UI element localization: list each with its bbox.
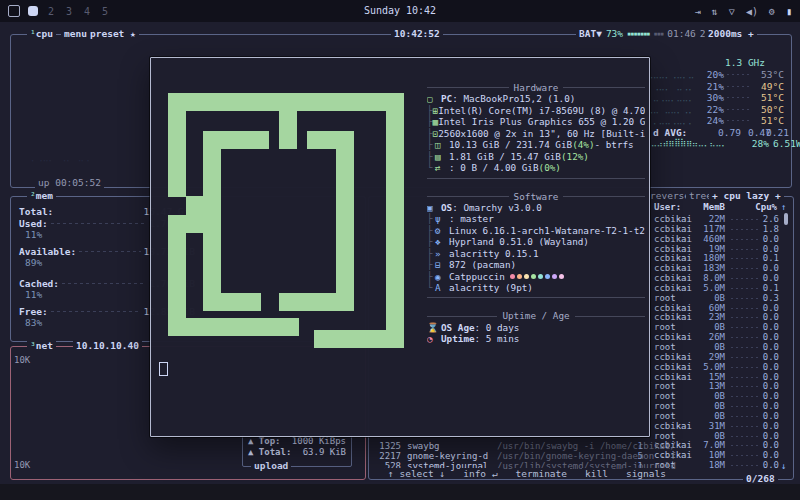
pc-line: ▢PC: MacBookPro15,2 (1.0) xyxy=(427,93,645,104)
scroll-down-arrow[interactable]: ↓ xyxy=(781,461,786,471)
proc-graph xyxy=(731,327,759,328)
leader-line xyxy=(727,86,749,87)
proc-graph xyxy=(731,377,759,378)
proc-graph xyxy=(731,406,759,407)
sort-column-selector[interactable]: + cpu lazy + xyxy=(709,190,784,202)
mem-label: Available: xyxy=(19,246,76,257)
proc-graph xyxy=(731,317,759,318)
proc-mem: 22M xyxy=(664,214,725,224)
proc-cpu: 0.0 xyxy=(761,381,779,391)
proc-mem: 0B xyxy=(664,401,725,411)
proc-pid: 2217 xyxy=(377,451,401,461)
window-manager-icon: ❖ xyxy=(435,236,449,247)
proc-graph xyxy=(731,278,759,279)
proc-cpu: 0.0 xyxy=(761,450,779,460)
volume-icon[interactable]: ◀) xyxy=(746,6,758,17)
proc-name: gnome-keyring-d xyxy=(407,451,488,461)
software-section-header: Software xyxy=(427,191,645,202)
hardware-section-header: Hardware xyxy=(427,82,645,93)
settings-gear-icon[interactable]: ⚙ xyxy=(769,6,775,17)
terminal-icon: » xyxy=(435,248,449,259)
proc-threads: 5 xyxy=(631,451,643,461)
proc-mem: 5.0M xyxy=(664,362,725,372)
core-load: 20% xyxy=(694,69,724,80)
core-graph: ⠀⢀⣀⡀⠀⣀⢀⡀ xyxy=(646,82,694,91)
core-temp: 49°C xyxy=(752,81,784,92)
preset-button[interactable]: preset ★ xyxy=(87,28,139,40)
display-line: ├⊡2560x1600 @ 2x in 13", 60 Hz [Built-in… xyxy=(427,128,645,139)
clock: Sunday 10:42 xyxy=(0,5,800,16)
bluetooth-icon[interactable]: ⇅ xyxy=(712,6,718,17)
terminal-cursor[interactable] xyxy=(159,362,168,376)
footer-action-button[interactable]: info ↵ xyxy=(460,468,500,479)
net-ip-address: 10.10.10.40 xyxy=(73,340,142,352)
scroll-up-arrow[interactable]: ↑ xyxy=(781,202,786,212)
update-interval-control[interactable]: 2000ms + xyxy=(705,28,757,40)
proc-graph xyxy=(731,229,759,230)
memory-line: ├▤1.81 GiB / 15.47 GiB (12%) xyxy=(427,151,645,162)
proc-cpu: 0.0 xyxy=(761,332,779,342)
core-row: ⠀⢀⣀⡀⠀⣀⢀⡀ 21% 49°C xyxy=(646,81,784,93)
proc-graph xyxy=(731,308,759,309)
proc-cpu: 0.0 xyxy=(761,362,779,372)
uptime-label: up 00:05:52 xyxy=(35,177,104,189)
font-icon: A xyxy=(435,282,449,293)
core-load: 24% xyxy=(694,115,724,126)
theme-line: ├◉Catppuccin xyxy=(427,271,645,282)
wifi-icon[interactable]: ▽ xyxy=(729,6,735,17)
proc-mem: 31M xyxy=(664,421,725,431)
proc-graph xyxy=(731,288,759,289)
col-header-mem[interactable]: MemB xyxy=(703,202,725,212)
btop-clock: 10:42:52 xyxy=(391,28,443,40)
menu-button[interactable]: menu xyxy=(61,28,90,40)
footer-action-button[interactable]: terminate xyxy=(513,468,570,479)
proc-graph xyxy=(731,436,759,437)
font-line: └Aalacritty (9pt) xyxy=(427,282,645,293)
proc-cpu: 0.3 xyxy=(761,293,779,303)
footer-action-button[interactable]: kill xyxy=(582,468,611,479)
leader-line xyxy=(727,97,749,98)
core-row: ⠀⡀⣀⣀⢀⣀⡀⡀ 24% 51°C xyxy=(646,115,784,127)
os-icon: ▣ xyxy=(427,202,441,213)
proc-threads: 1 xyxy=(631,441,643,451)
logout-icon[interactable]: ⇥ xyxy=(695,6,701,17)
proc-mem: 60M xyxy=(664,303,725,313)
kernel-icon: ⚙ xyxy=(435,225,449,236)
swap-line: └⇄: 0 B / 4.00 GiB (0%) xyxy=(427,162,645,173)
net-upload-panel: ▲ Top:1000 KiBps ▲ Total:63.9 KiB upload xyxy=(242,433,352,467)
core-row: ⢀⣀⣀⡀⢀⣀⡀⣀ 20% 53°C xyxy=(646,69,784,81)
theme-dot xyxy=(552,274,557,279)
proc-graph xyxy=(731,258,759,259)
mem-label: Free: xyxy=(19,306,48,317)
proc-mem: 0B xyxy=(664,342,725,352)
proc-cpu: 0.0 xyxy=(761,401,779,411)
mem-percent: 89% xyxy=(25,257,42,268)
packages-line: ├⊟872 (pacman) xyxy=(427,259,645,270)
proc-mem: 117M xyxy=(664,224,725,234)
proc-mem: 26M xyxy=(664,332,725,342)
proc-mem: 460M xyxy=(664,234,725,244)
git-branch-icon: ψ xyxy=(435,213,449,224)
proc-cpu: 1.8 xyxy=(761,224,779,234)
proc-cpu: 0.0 xyxy=(761,303,779,313)
proc-mem: 8.0M xyxy=(664,273,725,283)
proc-cpu: 0.0 xyxy=(761,431,779,441)
leader-line xyxy=(62,283,146,284)
core-list: ⢀⣀⣀⡀⢀⣀⡀⣀ 20% 53°C ⠀⢀⣀⡀⠀⣀⢀⡀ 21% 49°C ⠀⣀⢀⣀… xyxy=(646,69,784,127)
proc-mem: 0B xyxy=(664,322,725,332)
core-graph: ⠀⡀⣀⣀⢀⣀⡀⡀ xyxy=(646,116,694,125)
proc-mem: 15M xyxy=(664,372,725,382)
core-temp: 53°C xyxy=(752,69,784,80)
footer-action-button[interactable]: ↑ select ↓ xyxy=(385,468,448,479)
theme-dot xyxy=(510,274,515,279)
load-avg: d AVG: xyxy=(653,127,687,138)
footer-action-button[interactable]: signals xyxy=(623,468,669,479)
theme-dot xyxy=(531,274,536,279)
clock-icon: ◔ xyxy=(427,333,441,344)
proc-graph xyxy=(731,219,759,220)
mem-label: Total: xyxy=(19,206,53,217)
disk-icon: ◫ xyxy=(435,139,449,150)
leader-line xyxy=(51,223,147,224)
cpu-total-meter: ⣀⣠⣴⣶⣿⣷⣶⣤⣀⡀⣄⣀⡀ xyxy=(651,138,727,147)
col-header-cpu[interactable]: Cpu% xyxy=(755,202,777,212)
